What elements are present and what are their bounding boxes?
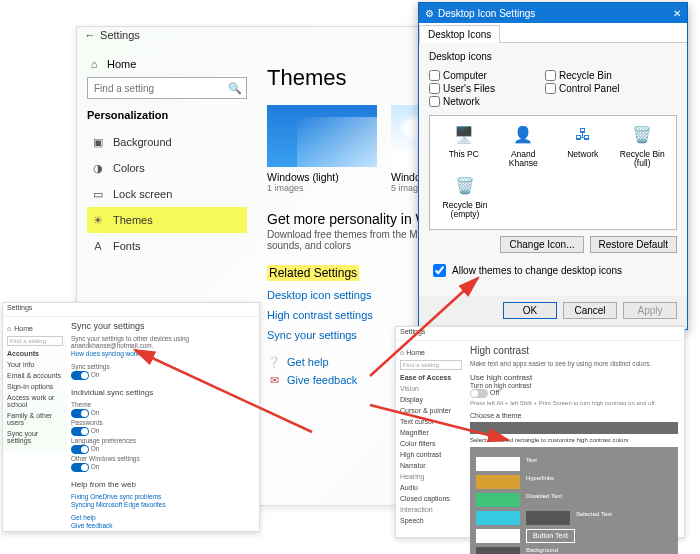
- category-label: Accounts: [7, 350, 63, 357]
- chk-allow-themes[interactable]: Allow themes to change desktop icons: [429, 261, 677, 280]
- chk-recycle-bin[interactable]: Recycle Bin: [545, 70, 620, 81]
- swatch-hyperlinks[interactable]: [476, 475, 520, 489]
- themes-icon: ☀: [91, 213, 105, 227]
- nav-colors[interactable]: ◑Colors: [87, 155, 247, 181]
- gear-icon: ⚙: [425, 8, 434, 19]
- nav-lockscreen[interactable]: ▭Lock screen: [87, 181, 247, 207]
- theme-preview: [267, 105, 377, 167]
- high-contrast-window: Settings ⌂ Home Find a setting Ease of A…: [395, 326, 685, 538]
- chk-computer[interactable]: Computer: [429, 70, 495, 81]
- nav-sync[interactable]: Sync your settings: [7, 430, 63, 444]
- apply-button[interactable]: Apply: [623, 302, 677, 319]
- tab-desktop-icons[interactable]: Desktop Icons: [419, 25, 500, 43]
- color-preview: Text Hyperlinks Disabled Text Selected T…: [470, 447, 678, 554]
- toggle-sync[interactable]: [71, 371, 89, 380]
- nav-speech[interactable]: Speech: [400, 517, 462, 524]
- nav-cursor[interactable]: Cursor & pointer: [400, 407, 462, 414]
- lock-icon: ▭: [91, 187, 105, 201]
- sync-settings-window: Settings ⌂ Home Find a setting Accounts …: [2, 302, 260, 532]
- swatch-selected[interactable]: [476, 511, 520, 525]
- icon-network[interactable]: 🖧Network: [558, 122, 608, 169]
- icon-recycle-empty[interactable]: 🗑️Recycle Bin (empty): [440, 173, 490, 220]
- back-icon[interactable]: ←: [83, 29, 97, 41]
- swatch-disabled[interactable]: [476, 493, 520, 507]
- toggle-other[interactable]: [71, 463, 89, 472]
- tabstrip: Desktop Icons: [419, 23, 687, 43]
- page-title: Sync your settings: [71, 321, 255, 331]
- home-nav[interactable]: ⌂ Home: [7, 325, 63, 332]
- search-box[interactable]: Find a setting: [400, 360, 462, 370]
- nav-display[interactable]: Display: [400, 396, 462, 403]
- nav-narrator[interactable]: Narrator: [400, 462, 462, 469]
- dialog-titlebar: ⚙ Desktop Icon Settings ✕: [419, 3, 687, 23]
- home-icon: ⌂: [87, 57, 101, 71]
- related-heading: Related Settings: [267, 265, 359, 281]
- app-title: Settings: [100, 29, 140, 41]
- search-icon: 🔍: [228, 81, 242, 95]
- theme-thumb-light[interactable]: Windows (light) 1 images: [267, 105, 377, 193]
- icon-this-pc[interactable]: 🖥️This PC: [439, 122, 489, 169]
- how-syncing-link[interactable]: How does syncing work?: [71, 350, 255, 357]
- titlebar: Settings: [3, 303, 259, 317]
- nav-audio[interactable]: Audio: [400, 484, 462, 491]
- chk-users-files[interactable]: User's Files: [429, 83, 495, 94]
- nav-themes[interactable]: ☀Themes: [87, 207, 247, 233]
- nav-highcontrast[interactable]: High contrast: [400, 451, 462, 458]
- home-label: Home: [107, 58, 136, 70]
- desktop-icons-group-label: Desktop icons: [429, 51, 677, 62]
- nav-textcursor[interactable]: Text cursor: [400, 418, 462, 425]
- home-nav[interactable]: ⌂ Home: [400, 349, 462, 356]
- category-label: Personalization: [87, 109, 247, 121]
- content-pane: High contrast Make text and apps easier …: [470, 341, 678, 554]
- restore-default-button[interactable]: Restore Default: [590, 236, 677, 253]
- sidebar: ⌂ Home Find a setting Ease of Access Vis…: [396, 341, 466, 532]
- picture-icon: ▣: [91, 135, 105, 149]
- fonts-icon: A: [91, 239, 105, 253]
- icon-recycle-full[interactable]: 🗑️Recycle Bin (full): [617, 122, 667, 169]
- cancel-button[interactable]: Cancel: [563, 302, 617, 319]
- close-icon[interactable]: ✕: [673, 8, 681, 19]
- palette-icon: ◑: [91, 161, 105, 175]
- toggle-passwords[interactable]: [71, 427, 89, 436]
- toggle-theme[interactable]: [71, 409, 89, 418]
- swatch-btntext[interactable]: [476, 529, 520, 543]
- swatch-bg[interactable]: [476, 547, 520, 554]
- swatch-text[interactable]: [476, 457, 520, 471]
- dialog-title: Desktop Icon Settings: [438, 8, 535, 19]
- nav-your-info[interactable]: Your info: [7, 361, 63, 368]
- sidebar: ⌂ Home 🔍 Personalization ▣Background ◑Co…: [77, 49, 257, 267]
- titlebar: Settings: [396, 327, 684, 341]
- search-box[interactable]: Find a setting: [7, 336, 63, 346]
- chk-network[interactable]: Network: [429, 96, 495, 107]
- nav-family[interactable]: Family & other users: [7, 412, 63, 426]
- icon-preview-box: 🖥️This PC 👤Anand Khanse 🖧Network 🗑️Recyc…: [429, 115, 677, 230]
- ok-button[interactable]: OK: [503, 302, 557, 319]
- theme-dropdown[interactable]: [470, 422, 678, 434]
- search-input[interactable]: [92, 82, 228, 95]
- sidebar: ⌂ Home Find a setting Accounts Your info…: [3, 317, 67, 452]
- home-nav[interactable]: ⌂ Home: [87, 57, 247, 71]
- nav-work[interactable]: Access work or school: [7, 394, 63, 408]
- nav-signin[interactable]: Sign-in options: [7, 383, 63, 390]
- search-box[interactable]: 🔍: [87, 77, 247, 99]
- nav-colorfilters[interactable]: Color filters: [400, 440, 462, 447]
- content-pane: Sync your settings Sync your settings to…: [71, 317, 255, 530]
- change-icon-button[interactable]: Change Icon...: [500, 236, 583, 253]
- feedback-icon: ✉: [267, 373, 281, 387]
- nav-magnifier[interactable]: Magnifier: [400, 429, 462, 436]
- toggle-lang[interactable]: [71, 445, 89, 454]
- nav-fonts[interactable]: AFonts: [87, 233, 247, 259]
- nav-captions[interactable]: Closed captions: [400, 495, 462, 502]
- nav-background[interactable]: ▣Background: [87, 129, 247, 155]
- chk-control-panel[interactable]: Control Panel: [545, 83, 620, 94]
- help-icon: ❔: [267, 355, 281, 369]
- toggle-high-contrast[interactable]: [470, 389, 488, 398]
- nav-email[interactable]: Email & accounts: [7, 372, 63, 379]
- page-title: High contrast: [470, 345, 678, 356]
- desktop-icon-settings-dialog: ⚙ Desktop Icon Settings ✕ Desktop Icons …: [418, 2, 688, 330]
- icon-user[interactable]: 👤Anand Khanse: [498, 122, 548, 169]
